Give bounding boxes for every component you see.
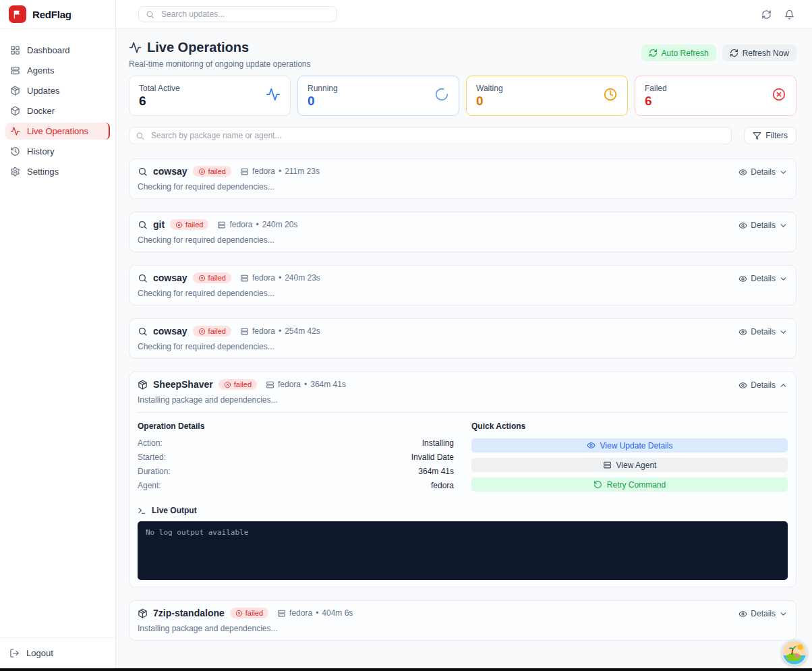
content: Live Operations Real-time monitoring of … <box>116 29 812 668</box>
chevron-down-icon <box>779 328 788 337</box>
eye-icon <box>738 221 747 230</box>
bell-icon[interactable] <box>784 9 794 20</box>
stat-value: 0 <box>308 94 338 109</box>
sidebar: RedFlag Dashboard Agents Updates Docker … <box>0 0 116 668</box>
details-toggle-button[interactable]: Details <box>738 609 788 618</box>
agent-name: fedora <box>278 380 301 389</box>
sidebar-item-dashboard[interactable]: Dashboard <box>5 42 110 59</box>
operation-meta: fedora • 404m 6s <box>277 608 353 618</box>
view-agent-button[interactable]: View Agent <box>471 458 788 472</box>
agent-name: fedora <box>252 167 275 176</box>
operations-list: cowsay failed fedora • 211m 23s Checking… <box>129 158 796 641</box>
details-toggle-button[interactable]: Details <box>738 274 788 283</box>
stat-card-total-active: Total Active 6 <box>129 76 291 116</box>
activity-icon <box>10 126 20 136</box>
operation-message: Installing package and dependencies... <box>138 395 346 405</box>
eye-icon <box>738 274 747 283</box>
island-floating-button[interactable] <box>782 640 807 666</box>
stat-label: Failed <box>645 84 667 93</box>
app-title: RedFlag <box>32 9 71 20</box>
logout-label: Logout <box>26 648 53 658</box>
page-subtitle: Real-time monitoring of ongoing update o… <box>129 59 311 69</box>
operation-message: Checking for required dependencies... <box>138 235 297 245</box>
topbar-icons <box>761 9 794 20</box>
eye-icon <box>738 168 747 177</box>
activity-icon <box>266 87 281 102</box>
x-circle-icon <box>224 381 231 388</box>
operation-duration: 240m 20s <box>262 220 298 229</box>
package-icon <box>10 86 20 96</box>
topbar <box>116 0 812 29</box>
stat-card-failed: Failed 6 <box>635 76 796 116</box>
operation-message: Checking for required dependencies... <box>138 342 320 351</box>
sidebar-item-docker[interactable]: Docker <box>5 103 110 119</box>
details-toggle-button[interactable]: Details <box>738 221 788 230</box>
live-output-title: Live Output <box>152 506 197 515</box>
refresh-icon[interactable] <box>761 9 772 20</box>
agent-name: fedora <box>289 608 312 618</box>
operation-name: git <box>153 219 165 230</box>
eye-icon <box>587 441 596 450</box>
filter-row: Filters <box>129 127 796 144</box>
operation-name: cowsay <box>153 326 187 337</box>
retry-command-button[interactable]: Retry Command <box>471 477 788 492</box>
operation-duration: 254m 42s <box>285 326 320 336</box>
global-search[interactable] <box>138 6 337 22</box>
search-icon <box>136 132 144 140</box>
search-icon <box>138 273 148 283</box>
stat-card-running: Running 0 <box>297 76 459 116</box>
refresh-now-button[interactable]: Refresh Now <box>722 45 796 61</box>
retry-icon <box>593 480 602 489</box>
chevron-down-icon <box>779 168 788 177</box>
operation-card-7zip-standalone: 7zip-standalone failed fedora • 404m 6s … <box>129 600 796 641</box>
chevron-up-icon <box>779 381 788 390</box>
detail-label: Started: <box>138 453 166 462</box>
operation-duration: 404m 6s <box>322 608 353 618</box>
detail-row: Duration: 364m 41s <box>138 467 454 476</box>
package-icon <box>138 608 148 618</box>
sidebar-item-history[interactable]: History <box>5 143 110 160</box>
details-toggle-button[interactable]: Details <box>738 327 788 337</box>
operation-card-cowsay: cowsay failed fedora • 211m 23s Checking… <box>129 158 796 199</box>
main-area: Live Operations Real-time monitoring of … <box>116 0 812 668</box>
sidebar-item-label: Updates <box>27 86 59 96</box>
operation-meta: fedora • 254m 42s <box>240 326 320 336</box>
sidebar-item-updates[interactable]: Updates <box>5 82 110 99</box>
live-output-terminal[interactable]: No log output available <box>138 521 788 580</box>
app-logo: RedFlag <box>0 0 115 29</box>
sidebar-item-agents[interactable]: Agents <box>5 62 110 79</box>
operations-search[interactable] <box>129 127 732 144</box>
x-circle-icon <box>198 274 206 282</box>
chevron-down-icon <box>779 610 788 618</box>
quick-actions-title: Quick Actions <box>471 421 788 431</box>
stat-value: 0 <box>476 94 503 109</box>
details-toggle-button[interactable]: Details <box>738 167 788 177</box>
detail-value: fedora <box>431 481 454 490</box>
operation-details-title: Operation Details <box>138 421 454 431</box>
logout-button[interactable]: Logout <box>0 637 115 668</box>
status-badge: failed <box>193 326 231 337</box>
x-circle-icon <box>772 87 786 102</box>
detail-value: 364m 41s <box>418 467 454 476</box>
eye-icon <box>738 610 747 618</box>
chevron-down-icon <box>779 274 788 283</box>
view-update-details-button[interactable]: View Update Details <box>471 438 788 453</box>
operations-search-input[interactable] <box>150 130 725 141</box>
stat-value: 6 <box>645 94 667 109</box>
page-title: Live Operations <box>129 40 311 55</box>
details-toggle-button[interactable]: Details <box>738 380 788 390</box>
logout-icon <box>9 648 20 658</box>
filters-button[interactable]: Filters <box>744 127 796 144</box>
x-circle-icon <box>198 168 206 175</box>
sidebar-item-live-operations[interactable]: Live Operations <box>5 123 110 140</box>
sidebar-item-settings[interactable]: Settings <box>5 163 110 180</box>
live-output-header: Live Output <box>138 506 788 515</box>
page-header: Live Operations Real-time monitoring of … <box>129 40 796 69</box>
sidebar-item-label: Dashboard <box>27 45 70 55</box>
global-search-input[interactable] <box>160 9 330 20</box>
refresh-icon <box>730 49 738 57</box>
sidebar-item-label: Settings <box>27 167 59 177</box>
auto-refresh-button[interactable]: Auto Refresh <box>641 45 716 61</box>
island-icon <box>783 641 806 664</box>
terminal-icon <box>138 506 146 515</box>
